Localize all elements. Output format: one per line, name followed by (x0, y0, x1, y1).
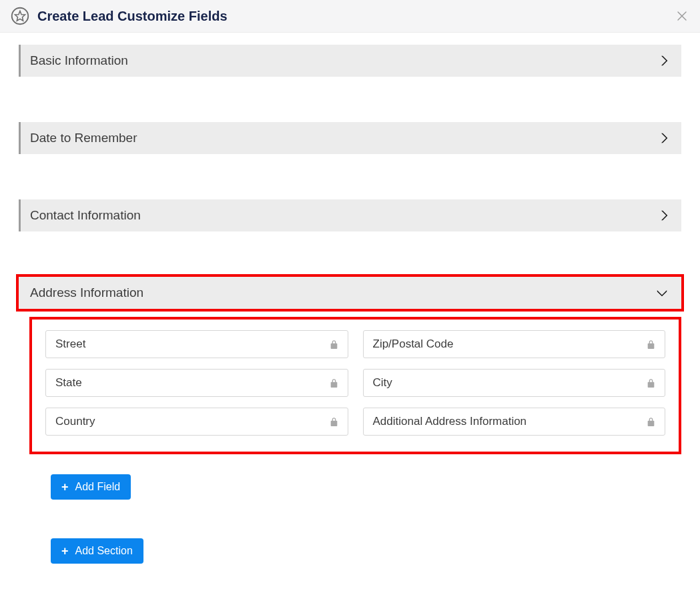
close-button[interactable] (677, 9, 687, 23)
chevron-right-icon (661, 55, 668, 67)
dialog-body: Basic Information Date to Remember Conta… (0, 33, 700, 584)
section-date-to-remember: Date to Remember (19, 122, 681, 154)
lock-icon (330, 340, 338, 350)
field-country[interactable]: Country (45, 408, 348, 436)
section-header-date-to-remember[interactable]: Date to Remember (19, 122, 681, 154)
section-basic-information: Basic Information (19, 45, 681, 77)
fields-grid: Street Zip/Postal Code State (45, 330, 665, 436)
add-field-button[interactable]: + Add Field (51, 474, 131, 500)
lock-icon (330, 378, 338, 388)
add-section-button[interactable]: + Add Section (51, 538, 143, 564)
chevron-down-icon (656, 289, 668, 297)
section-header-basic-information[interactable]: Basic Information (19, 45, 681, 77)
dialog-title: Create Lead Customize Fields (37, 9, 228, 24)
add-field-row: + Add Field (51, 474, 681, 500)
section-title: Date to Remember (30, 131, 137, 145)
lock-icon (330, 417, 338, 427)
lock-icon (647, 417, 655, 427)
section-title: Address Information (30, 285, 143, 300)
lock-icon (647, 378, 655, 388)
field-additional-address-information[interactable]: Additional Address Information (363, 408, 666, 436)
address-fields-container: Street Zip/Postal Code State (32, 320, 679, 452)
section-title: Basic Information (30, 53, 128, 68)
plus-icon: + (61, 545, 69, 557)
field-label: Zip/Postal Code (373, 338, 454, 351)
close-icon (677, 9, 687, 23)
section-header-address-information[interactable]: Address Information (19, 277, 681, 309)
button-label: Add Section (75, 545, 133, 557)
section-contact-information: Contact Information (19, 199, 681, 231)
button-label: Add Field (75, 481, 121, 493)
section-address-information: Address Information Street Zip/Postal Co… (19, 277, 681, 500)
lock-icon (647, 340, 655, 350)
chevron-right-icon (661, 132, 668, 144)
section-title: Contact Information (30, 208, 141, 223)
star-badge-icon (11, 7, 29, 25)
add-section-row: + Add Section (51, 538, 681, 564)
field-zip-postal-code[interactable]: Zip/Postal Code (363, 330, 666, 358)
field-label: City (373, 376, 392, 390)
field-city[interactable]: City (363, 369, 666, 397)
chevron-right-icon (661, 209, 668, 221)
field-label: Additional Address Information (373, 415, 527, 428)
field-label: Street (55, 338, 85, 351)
plus-icon: + (61, 481, 69, 493)
field-label: State (55, 376, 82, 390)
section-header-contact-information[interactable]: Contact Information (19, 199, 681, 231)
dialog-header: Create Lead Customize Fields (0, 0, 700, 33)
field-label: Country (55, 415, 95, 428)
field-street[interactable]: Street (45, 330, 348, 358)
field-state[interactable]: State (45, 369, 348, 397)
